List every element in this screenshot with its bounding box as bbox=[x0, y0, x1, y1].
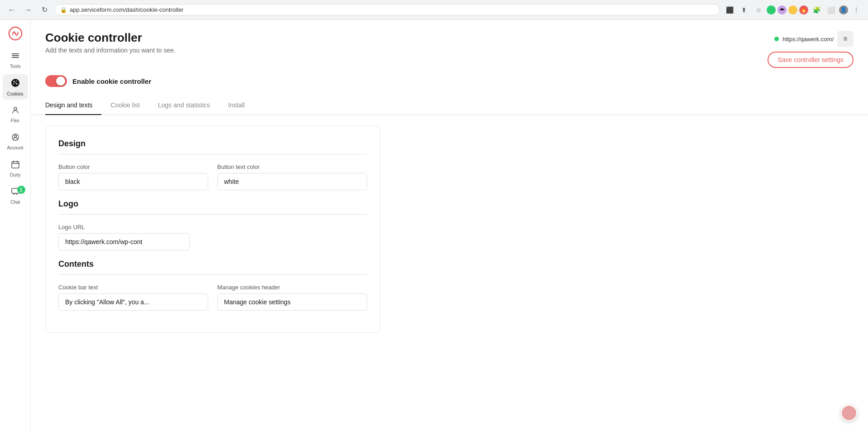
svg-point-12 bbox=[14, 135, 16, 137]
settings-card: Design Button color Button text color Lo… bbox=[45, 126, 380, 333]
save-controller-button[interactable]: Save controller settings bbox=[768, 52, 854, 68]
address-bar[interactable]: 🔒 app.serviceform.com/dash/cookie-contro… bbox=[54, 4, 720, 15]
cookies-label: Cookies bbox=[7, 91, 23, 96]
toggle-track bbox=[45, 75, 67, 87]
browser-actions: ⬛ ⬆ ☆ ✏ ⚡ 🔥 🧩 ⬜ 👤 ⋮ bbox=[723, 4, 863, 16]
svg-point-7 bbox=[13, 83, 14, 84]
site-status-dot bbox=[774, 37, 779, 41]
sidebar-item-tools[interactable]: Tools bbox=[3, 47, 28, 72]
refresh-button[interactable]: ↻ bbox=[38, 4, 51, 16]
cookie-bar-text-group: Cookie bar text bbox=[58, 284, 208, 311]
header-right: https://qawerk.com/ ≡ Save controller se… bbox=[768, 31, 854, 68]
ext-green-icon bbox=[767, 5, 776, 14]
sidebar-item-account[interactable]: Account bbox=[3, 129, 28, 154]
share-btn[interactable]: ⬆ bbox=[738, 4, 750, 16]
svg-point-9 bbox=[15, 82, 16, 83]
button-color-group: Button color bbox=[58, 163, 208, 190]
flex-icon bbox=[11, 106, 20, 117]
contents-form-row: Cookie bar text Manage cookies header bbox=[58, 284, 367, 311]
logo-url-input[interactable] bbox=[58, 233, 190, 250]
chat-label: Chat bbox=[10, 200, 20, 205]
svg-point-8 bbox=[16, 83, 17, 84]
lock-icon: 🔒 bbox=[60, 7, 67, 13]
svg-point-5 bbox=[13, 81, 14, 82]
back-button[interactable]: ← bbox=[5, 4, 18, 16]
button-text-color-group: Button text color bbox=[217, 163, 367, 190]
cookie-bar-text-label: Cookie bar text bbox=[58, 284, 208, 291]
manage-cookies-input[interactable] bbox=[217, 293, 367, 311]
site-indicator: https://qawerk.com/ bbox=[774, 36, 834, 43]
sidebar-item-cookies[interactable]: Cookies bbox=[3, 74, 28, 100]
header-menu-button[interactable]: ≡ bbox=[837, 31, 854, 47]
ext-yellow-icon: ⚡ bbox=[788, 5, 797, 14]
logo-section-header: Logo bbox=[58, 199, 367, 215]
puzzle-btn[interactable]: 🧩 bbox=[810, 4, 823, 16]
design-section-header: Design bbox=[58, 139, 367, 154]
button-text-color-input[interactable] bbox=[217, 173, 367, 190]
design-form-row: Button color Button text color bbox=[58, 163, 367, 190]
button-text-color-label: Button text color bbox=[217, 163, 367, 170]
more-btn[interactable]: ⋮ bbox=[850, 4, 863, 16]
manage-cookies-label: Manage cookies header bbox=[217, 284, 367, 291]
account-icon bbox=[11, 133, 20, 144]
notification-dot bbox=[841, 405, 857, 421]
site-url: https://qawerk.com/ bbox=[782, 36, 834, 43]
screen-capture-btn[interactable]: ⬛ bbox=[723, 4, 736, 16]
contents-section-header: Contents bbox=[58, 259, 367, 275]
tab-cookie-list[interactable]: Cookie list bbox=[101, 96, 149, 115]
chat-badge: 1 bbox=[17, 186, 25, 194]
logo-url-label: Logo URL bbox=[58, 224, 190, 230]
ext-red-icon: 🔥 bbox=[799, 5, 808, 14]
ourly-label: Ourly bbox=[10, 173, 21, 178]
tabs-bar: Design and texts Cookie list Logs and st… bbox=[31, 96, 868, 115]
svg-point-6 bbox=[16, 81, 17, 82]
url-text: app.serviceform.com/dash/cookie-controll… bbox=[70, 6, 183, 13]
cookies-icon bbox=[10, 78, 20, 90]
page-header: Cookie controller Add the texts and info… bbox=[31, 20, 868, 75]
app-logo[interactable] bbox=[7, 25, 24, 42]
app-body: Tools Cookies bbox=[0, 20, 868, 432]
sidebar-item-flex[interactable]: Flex bbox=[3, 101, 28, 127]
sidebar-item-ourly[interactable]: Ourly bbox=[3, 156, 28, 181]
page-title-area: Cookie controller Add the texts and info… bbox=[45, 31, 176, 54]
svg-rect-3 bbox=[12, 57, 19, 58]
enable-cookie-toggle[interactable] bbox=[45, 75, 67, 87]
sidebar-item-chat[interactable]: Chat 1 bbox=[3, 183, 28, 208]
svg-rect-1 bbox=[12, 53, 19, 54]
svg-rect-13 bbox=[12, 162, 19, 168]
logo-url-group: Logo URL bbox=[58, 224, 190, 250]
tab-logs-statistics[interactable]: Logs and statistics bbox=[149, 96, 219, 115]
cookie-bar-text-input[interactable] bbox=[58, 293, 208, 311]
main-content: Cookie controller Add the texts and info… bbox=[31, 20, 868, 432]
toggle-thumb bbox=[56, 77, 65, 86]
manage-cookies-group: Manage cookies header bbox=[217, 284, 367, 311]
tab-design-texts[interactable]: Design and texts bbox=[45, 96, 101, 115]
flex-label: Flex bbox=[11, 118, 19, 123]
account-label: Account bbox=[7, 145, 23, 150]
ext-purple-icon: ✏ bbox=[777, 5, 787, 14]
tools-icon bbox=[11, 51, 20, 62]
sidebar: Tools Cookies bbox=[0, 20, 31, 432]
logo-form-row: Logo URL bbox=[58, 224, 367, 250]
content-panel: Design Button color Button text color Lo… bbox=[31, 115, 868, 432]
toggle-label: Enable cookie controller bbox=[72, 77, 151, 85]
ourly-icon bbox=[11, 160, 20, 171]
window-btn[interactable]: ⬜ bbox=[825, 4, 837, 16]
forward-button[interactable]: → bbox=[22, 4, 34, 16]
tools-label: Tools bbox=[10, 64, 20, 69]
page-title: Cookie controller bbox=[45, 31, 176, 45]
page-subtitle: Add the texts and information you want t… bbox=[45, 47, 176, 54]
profile-avatar[interactable]: 👤 bbox=[839, 5, 848, 14]
toggle-section: Enable cookie controller bbox=[31, 75, 868, 96]
svg-point-10 bbox=[14, 107, 17, 110]
button-color-label: Button color bbox=[58, 163, 208, 170]
svg-rect-2 bbox=[12, 55, 19, 56]
button-color-input[interactable] bbox=[58, 173, 208, 190]
bookmark-btn[interactable]: ☆ bbox=[752, 4, 765, 16]
browser-chrome: ← → ↻ 🔒 app.serviceform.com/dash/cookie-… bbox=[0, 0, 868, 20]
tab-install[interactable]: Install bbox=[219, 96, 254, 115]
